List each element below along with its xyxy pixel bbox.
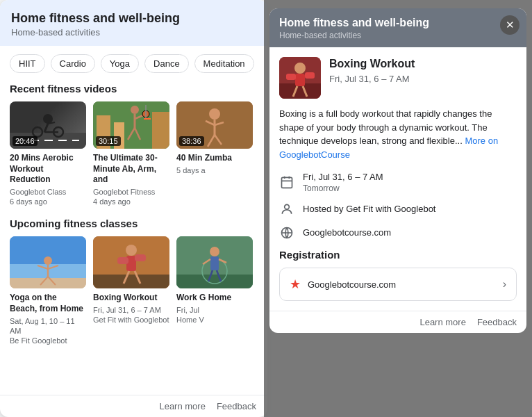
- chip-cardio[interactable]: Cardio: [51, 54, 95, 73]
- class-thumb-3: [176, 236, 253, 288]
- chip-meditation[interactable]: Meditation: [194, 54, 254, 73]
- left-header-title: Home fitness and well-being: [11, 11, 256, 26]
- video-card-2[interactable]: 30:15 The Ultimate 30-Minute Ab, Arm, an…: [93, 101, 169, 206]
- class-meta-2: Fri, Jul 31, 6 – 7 AM Get Fit with Googl…: [93, 305, 169, 325]
- learn-more-link[interactable]: Learn more: [159, 401, 205, 411]
- modal-body: Boxing Workout Fri, Jul 31, 6 – 7 AM Box…: [269, 47, 526, 311]
- website-row: Googlebotcourse.com: [279, 225, 517, 240]
- chevron-right-icon: ›: [503, 278, 506, 291]
- recent-videos-title: Recent fitness videos: [10, 83, 258, 95]
- feedback-link[interactable]: Feedback: [217, 401, 256, 411]
- class-card-2[interactable]: Boxing Workout Fri, Jul 31, 6 – 7 AM Get…: [93, 236, 169, 345]
- svg-rect-37: [93, 275, 169, 288]
- svg-point-2: [43, 114, 53, 124]
- reg-left: ★ Googlebotcourse.com: [290, 277, 396, 292]
- svg-point-47: [210, 247, 219, 256]
- registration-title: Registration: [279, 249, 517, 261]
- globe-icon: [279, 225, 294, 240]
- upcoming-classes-title: Upcoming fitness classes: [10, 218, 258, 229]
- calendar-date-text: Fri, Jul 31, 6 – 7 AM: [303, 171, 383, 183]
- person-icon: [279, 202, 294, 217]
- video-card-1[interactable]: 20:46 20 Mins Aerobic Workout Reduction …: [10, 101, 86, 206]
- video-duration-2: 30:15: [96, 136, 121, 146]
- svg-rect-56: [295, 74, 305, 86]
- class-card-1[interactable]: Yoga on the Beach, from Home Sat, Aug 1,…: [10, 236, 86, 345]
- hosted-by-text: Hosted by Get Fit with Googlebot: [303, 203, 435, 215]
- modal-close-button[interactable]: ✕: [500, 15, 519, 35]
- modal-learn-more-link[interactable]: Learn more: [419, 317, 465, 327]
- website-text: Googlebotcourse.com: [303, 227, 391, 239]
- svg-rect-45: [176, 275, 253, 288]
- chips-row: HIIT Cardio Yoga Dance Meditation Cyclin…: [10, 54, 258, 73]
- svg-rect-61: [282, 177, 292, 188]
- left-header-subtitle: Home-based activities: [11, 27, 256, 38]
- calendar-text: Fri, Jul 31, 6 – 7 AM Tomorrow: [303, 171, 383, 193]
- svg-rect-29: [10, 278, 86, 288]
- class-row: Yoga on the Beach, from Home Sat, Aug 1,…: [10, 236, 258, 345]
- video-title-1: 20 Mins Aerobic Workout Reduction: [10, 153, 86, 186]
- class-meta-3: Fri, Jul Home V: [176, 305, 253, 325]
- svg-point-30: [44, 256, 52, 265]
- event-thumbnail: [279, 57, 321, 99]
- svg-rect-11: [152, 112, 169, 149]
- class-thumb-1: [10, 236, 86, 288]
- hosted-by-row: Hosted by Get Fit with Googlebot: [279, 202, 517, 217]
- event-header: Boxing Workout Fri, Jul 31, 6 – 7 AM: [279, 57, 517, 99]
- video-title-2: The Ultimate 30-Minute Ab, Arm, and: [93, 153, 169, 186]
- modal-card: Home fitness and well-being Home-based a…: [269, 8, 526, 333]
- svg-rect-39: [126, 256, 136, 271]
- class-card-3[interactable]: Work G Home Fri, Jul Home V: [176, 236, 253, 345]
- left-content: HIIT Cardio Yoga Dance Meditation Cyclin…: [0, 46, 267, 395]
- left-header: Home fitness and well-being Home-based a…: [0, 0, 267, 46]
- chip-dance[interactable]: Dance: [144, 54, 189, 73]
- chip-hiit[interactable]: HIIT: [10, 54, 45, 73]
- video-row: 20:46 20 Mins Aerobic Workout Reduction …: [10, 101, 258, 206]
- video-meta-2: Googlebot Fitness 4 days ago: [93, 187, 169, 207]
- event-title: Boxing Workout: [329, 57, 415, 72]
- svg-point-12: [131, 106, 139, 114]
- svg-point-55: [294, 63, 306, 74]
- modal-header-subtitle: Home-based activities: [279, 31, 517, 40]
- modal-footer: Learn more Feedback: [269, 311, 526, 333]
- event-date: Fri, Jul 31, 6 – 7 AM: [329, 74, 415, 84]
- reg-url: Googlebotcourse.com: [308, 279, 396, 290]
- svg-point-38: [126, 245, 137, 256]
- class-title-3: Work G Home: [176, 293, 253, 304]
- svg-rect-41: [135, 254, 146, 261]
- video-thumb-2: 30:15: [93, 101, 169, 149]
- event-description: Boxing is a full body workout that rapid…: [279, 107, 517, 161]
- svg-rect-48: [210, 256, 219, 270]
- event-info: Boxing Workout Fri, Jul 31, 6 – 7 AM: [329, 57, 415, 84]
- calendar-icon: [279, 174, 294, 190]
- modal-feedback-link[interactable]: Feedback: [477, 317, 517, 327]
- video-duration-1: 20:46: [13, 136, 38, 146]
- svg-point-65: [285, 205, 290, 210]
- calendar-info-row: Fri, Jul 31, 6 – 7 AM Tomorrow: [279, 171, 517, 193]
- video-title-3: 40 Min Zumba: [176, 153, 253, 164]
- svg-rect-57: [286, 74, 296, 80]
- video-card-3[interactable]: 38:36 40 Min Zumba 5 days a: [176, 101, 253, 206]
- svg-line-3: [44, 124, 48, 132]
- video-thumb-3: 38:36: [176, 101, 253, 149]
- class-meta-1: Sat, Aug 1, 10 – 11 AM Be Fit Googlebot: [10, 316, 86, 346]
- class-thumb-2: [93, 236, 169, 288]
- modal-overlay: Home fitness and well-being Home-based a…: [264, 0, 532, 417]
- class-title-2: Boxing Workout: [93, 293, 169, 304]
- video-meta-3: 5 days a: [176, 165, 253, 175]
- class-title-1: Yoga on the Beach, from Home: [10, 293, 86, 314]
- svg-rect-58: [305, 72, 315, 79]
- svg-point-21: [209, 108, 220, 120]
- chip-yoga[interactable]: Yoga: [101, 54, 139, 73]
- video-thumb-1: 20:46: [10, 101, 86, 149]
- left-footer: Learn more Feedback: [0, 395, 267, 417]
- modal-header-bar: Home fitness and well-being Home-based a…: [269, 8, 526, 47]
- star-icon: ★: [290, 277, 301, 292]
- svg-rect-40: [117, 257, 128, 264]
- registration-card[interactable]: ★ Googlebotcourse.com ›: [279, 268, 517, 301]
- left-panel: Home fitness and well-being Home-based a…: [0, 0, 267, 417]
- video-duration-3: 38:36: [179, 136, 204, 146]
- modal-header-title: Home fitness and well-being: [279, 17, 517, 29]
- calendar-subtext: Tomorrow: [303, 183, 383, 193]
- video-meta-1: Googlebot Class 6 days ago: [10, 187, 86, 207]
